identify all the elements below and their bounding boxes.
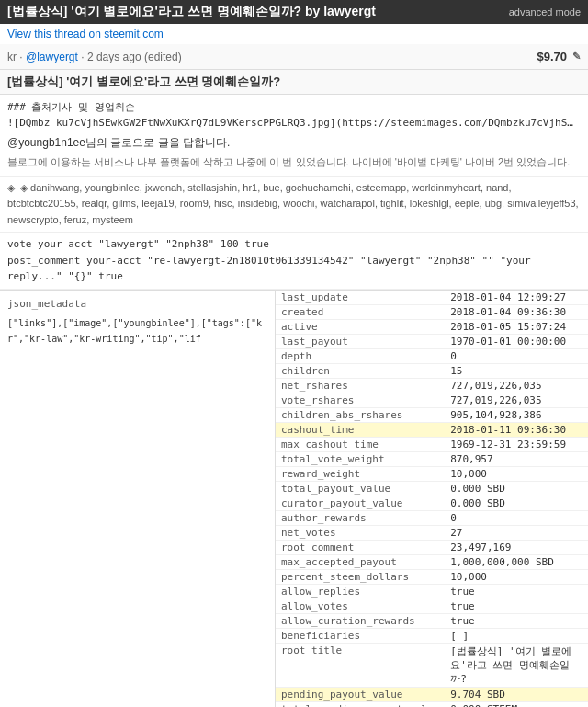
metadata-key: root_comment <box>276 541 445 555</box>
payout-value: $9.70 <box>537 50 567 63</box>
metadata-value: 0.000 STEEM <box>445 702 588 707</box>
post-title-text: [법률상식] '여기 별로에요'라고 쓰면 명예훼손일까? <box>7 74 280 88</box>
vote-command: vote your-acct "lawyergt" "2nph38" 100 t… <box>0 233 588 290</box>
post-time: 2 days ago <box>87 51 141 63</box>
metadata-key: vote_rshares <box>276 393 445 408</box>
json-metadata-label: json_metadata <box>7 296 267 314</box>
table-row: net_rshares727,019,226,035 <box>276 379 588 393</box>
metadata-key: allow_curation_rewards <box>276 614 445 629</box>
table-row: max_cashout_time1969-12-31 23:59:59 <box>276 438 588 452</box>
post-meta-right: $9.70 ✎ <box>537 50 581 63</box>
metadata-key: percent_steem_dollars <box>276 570 445 585</box>
metadata-key: net_votes <box>276 526 445 541</box>
table-row: total_pending_payout_value0.000 STEEM <box>276 702 588 707</box>
edited-label: (edited) <box>144 51 182 63</box>
metadata-value: 23,497,169 <box>445 541 588 555</box>
table-row: vote_rshares727,019,226,035 <box>276 393 588 408</box>
metadata-key: total_pending_payout_value <box>276 702 445 707</box>
metadata-key: active <box>276 320 445 335</box>
metadata-value: 0.000 SBD <box>445 496 588 511</box>
metadata-key: children <box>276 364 445 379</box>
metadata-value: [법률상식] '여기 별로에요'라고 쓰면 명예훼손일까? <box>445 644 588 688</box>
table-row: total_vote_weight870,957 <box>276 452 588 467</box>
metadata-table-panel: last_update2018-01-04 12:09:27created201… <box>276 291 588 707</box>
table-row: created2018-01-04 09:36:30 <box>276 305 588 320</box>
metadata-value: 870,957 <box>445 452 588 467</box>
table-row: net_votes27 <box>276 526 588 541</box>
metadata-table: last_update2018-01-04 12:09:27created201… <box>276 291 588 707</box>
table-row: author_rewards0 <box>276 511 588 526</box>
tag-icon: ◈ <box>7 182 15 193</box>
metadata-value: [ ] <box>445 629 588 644</box>
metadata-value: 10,000 <box>445 570 588 585</box>
metadata-key: depth <box>276 349 445 364</box>
community-label: kr <box>7 51 17 63</box>
metadata-value: 727,019,226,035 <box>445 379 588 393</box>
metadata-value: 1969-12-31 23:59:59 <box>445 438 588 452</box>
metadata-key: curator_payout_value <box>276 496 445 511</box>
author-link[interactable]: @lawyergt <box>26 51 78 63</box>
metadata-key: last_update <box>276 291 445 305</box>
metadata-key: author_rewards <box>276 511 445 526</box>
table-row: allow_curation_rewardstrue <box>276 614 588 629</box>
metadata-key: total_vote_weight <box>276 452 445 467</box>
metadata-value: 27 <box>445 526 588 541</box>
table-row: children_abs_rshares905,104,928,386 <box>276 408 588 423</box>
main-content: json_metadata ["links"],["image",["young… <box>0 290 588 707</box>
vote-command-line1: vote your-acct "lawyergt" "2nph38" 100 t… <box>7 236 581 253</box>
table-row: reward_weight10,000 <box>276 467 588 482</box>
metadata-key: net_rshares <box>276 379 445 393</box>
metadata-key: max_accepted_payout <box>276 555 445 570</box>
advanced-mode-label[interactable]: advanced mode <box>509 6 581 17</box>
post-content: ### 출처기사 및 영업취손 ![DQmbz ku7cVjhSEwkGW2Ft… <box>0 95 588 177</box>
metadata-key: beneficiaries <box>276 629 445 644</box>
metadata-value: 2018-01-11 09:36:30 <box>445 423 588 438</box>
metadata-key: pending_payout_value <box>276 688 445 702</box>
table-row: allow_repliestrue <box>276 585 588 599</box>
table-row: last_update2018-01-04 12:09:27 <box>276 291 588 305</box>
table-row: percent_steem_dollars10,000 <box>276 570 588 585</box>
metadata-value: 1970-01-01 00:00:00 <box>445 335 588 349</box>
table-row: max_accepted_payout1,000,000,000 SBD <box>276 555 588 570</box>
tags-section: ◈ ◈ danihwang, youngbinlee, jxwonah, ste… <box>0 177 588 234</box>
metadata-value: 15 <box>445 364 588 379</box>
table-row: depth0 <box>276 349 588 364</box>
metadata-value: 0.000 SBD <box>445 482 588 496</box>
metadata-key: reward_weight <box>276 467 445 482</box>
metadata-key: allow_replies <box>276 585 445 599</box>
metadata-value: 0 <box>445 349 588 364</box>
header-bar: [법률상식] '여기 별로에요'라고 쓰면 명예훼손일까? by lawyerg… <box>0 0 588 24</box>
metadata-value: 1,000,000,000 SBD <box>445 555 588 570</box>
edit-icon[interactable]: ✎ <box>572 51 581 63</box>
metadata-key: allow_votes <box>276 599 445 614</box>
content-reply: @youngb1n1ee님의 글로으로 글을 답합니다. <box>7 134 581 151</box>
vote-command-line2: post_comment your-acct "re-lawyergt-2n18… <box>7 253 581 285</box>
metadata-key: total_payout_value <box>276 482 445 496</box>
table-row: active2018-01-05 15:07:24 <box>276 320 588 335</box>
metadata-value: 727,019,226,035 <box>445 393 588 408</box>
table-row: cashout_time2018-01-11 09:36:30 <box>276 423 588 438</box>
metadata-value: true <box>445 614 588 629</box>
metadata-value: 2018-01-04 12:09:27 <box>445 291 588 305</box>
tags-list: ◈ danihwang, youngbinlee, jxwonah, stell… <box>7 182 579 225</box>
metadata-value: 905,104,928,386 <box>445 408 588 423</box>
content-heading: ### 출처기사 및 영업취손 <box>7 100 577 116</box>
table-row: curator_payout_value0.000 SBD <box>276 496 588 511</box>
table-row: total_payout_value0.000 SBD <box>276 482 588 496</box>
metadata-key: children_abs_rshares <box>276 408 445 423</box>
metadata-value: 10,000 <box>445 467 588 482</box>
metadata-key: created <box>276 305 445 320</box>
json-metadata-panel: json_metadata ["links"],["image",["young… <box>0 291 276 707</box>
content-notice: 블로그에 이용하는 서비스나 나부 플랫폼에 삭하고 나중에 이 번 있었습니다… <box>7 154 581 170</box>
metadata-key: max_cashout_time <box>276 438 445 452</box>
table-row: allow_votestrue <box>276 599 588 614</box>
table-row: beneficiaries[ ] <box>276 629 588 644</box>
table-row: children15 <box>276 364 588 379</box>
metadata-value: 0 <box>445 511 588 526</box>
steemit-link[interactable]: View this thread on steemit.com <box>7 28 164 40</box>
table-row: root_comment23,497,169 <box>276 541 588 555</box>
page-title: [법률상식] '여기 별로에요'라고 쓰면 명예훼손일까? by lawyerg… <box>7 4 376 20</box>
metadata-key: last_payout <box>276 335 445 349</box>
post-meta-left: kr · @lawyergt · 2 days ago (edited) <box>7 51 182 63</box>
metadata-value: true <box>445 585 588 599</box>
